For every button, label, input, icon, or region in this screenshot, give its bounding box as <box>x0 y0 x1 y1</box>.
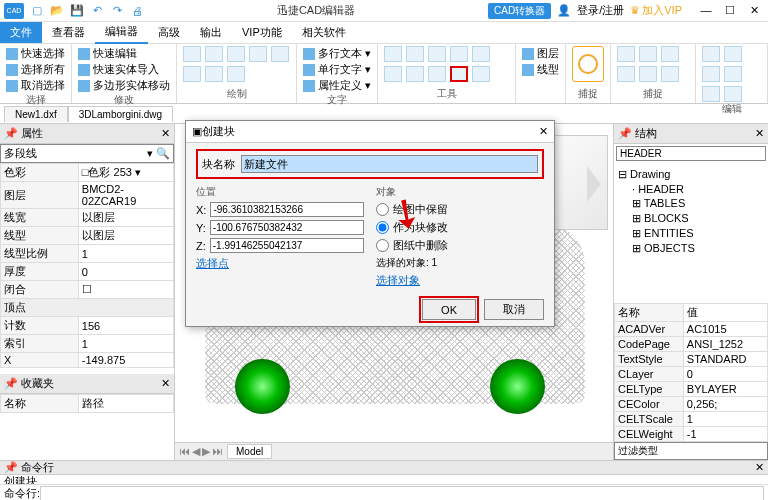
linetype-btn[interactable]: 线型 <box>522 62 559 77</box>
quick-select[interactable]: 快速选择 <box>6 46 65 61</box>
edit-tool[interactable] <box>724 66 742 82</box>
command-input[interactable] <box>40 486 764 500</box>
draw-tool[interactable] <box>271 46 289 62</box>
snap-tool[interactable] <box>617 46 635 62</box>
edit-tool[interactable] <box>702 86 720 102</box>
tree-node[interactable]: · HEADER <box>618 182 764 196</box>
create-block-tool[interactable] <box>450 66 468 82</box>
qat-redo-icon[interactable]: ↷ <box>110 4 124 18</box>
quick-edit[interactable]: 快速编辑 <box>78 46 170 61</box>
layer-btn[interactable]: 图层 <box>522 46 559 61</box>
draw-tool[interactable] <box>227 66 245 82</box>
pick-point-link[interactable]: 选择点 <box>196 256 229 271</box>
next-icon[interactable]: ▶ <box>202 445 210 458</box>
draw-tool[interactable] <box>205 66 223 82</box>
qat-undo-icon[interactable]: ↶ <box>90 4 104 18</box>
qat-open-icon[interactable]: 📂 <box>50 4 64 18</box>
maximize-button[interactable]: ☐ <box>720 4 740 17</box>
draw-tool[interactable] <box>205 46 223 62</box>
tool-btn[interactable] <box>406 46 424 62</box>
qat-print-icon[interactable]: 🖨 <box>130 4 144 18</box>
ok-button[interactable]: OK <box>422 299 476 320</box>
z-input[interactable] <box>210 238 364 253</box>
snap-tool[interactable] <box>639 46 657 62</box>
tool-btn[interactable] <box>384 46 402 62</box>
close-fav-icon[interactable]: ✕ <box>161 377 170 390</box>
draw-tool[interactable] <box>183 46 201 62</box>
qat-save-icon[interactable]: 💾 <box>70 4 84 18</box>
draw-tool[interactable] <box>183 66 201 82</box>
quick-entity-import[interactable]: 快速实体导入 <box>78 62 170 77</box>
tool-btn[interactable] <box>406 66 424 82</box>
menu-advanced[interactable]: 高级 <box>148 22 190 43</box>
select-objects-link[interactable]: 选择对象 <box>376 273 420 288</box>
tree-node[interactable]: ⊞ OBJECTS <box>618 241 764 256</box>
cancel-button[interactable]: 取消 <box>484 299 544 320</box>
tool-btn[interactable] <box>472 66 490 82</box>
menu-vip[interactable]: VIP功能 <box>232 22 292 43</box>
tool-btn[interactable] <box>428 46 446 62</box>
converter-link[interactable]: CAD转换器 <box>488 3 551 19</box>
snap-button[interactable] <box>572 46 604 82</box>
entity-type-select[interactable]: 多段线▾ 🔍 <box>0 144 174 163</box>
tree-node[interactable]: ⊞ BLOCKS <box>618 211 764 226</box>
tree-root[interactable]: ⊟ Drawing <box>618 167 764 182</box>
user-icon[interactable]: 👤 <box>557 4 571 17</box>
snap-tool[interactable] <box>661 46 679 62</box>
pin-icon[interactable]: 📌 <box>618 127 632 140</box>
snap-tool[interactable] <box>661 66 679 82</box>
prev-icon[interactable]: ◀ <box>192 445 200 458</box>
draw-tool[interactable] <box>227 46 245 62</box>
y-input[interactable] <box>210 220 364 235</box>
tool-btn[interactable] <box>384 66 402 82</box>
edit-tool[interactable] <box>724 46 742 62</box>
pin-icon[interactable]: 📌 <box>4 127 18 140</box>
tree-node[interactable]: ⊞ TABLES <box>618 196 764 211</box>
close-struct-icon[interactable]: ✕ <box>755 127 764 140</box>
dialog-close-icon[interactable]: ✕ <box>539 125 548 138</box>
close-panel-icon[interactable]: ✕ <box>161 127 170 140</box>
menu-file[interactable]: 文件 <box>0 22 42 43</box>
tree-node[interactable]: ⊞ ENTITIES <box>618 226 764 241</box>
edit-tool[interactable] <box>702 46 720 62</box>
delete-radio[interactable] <box>376 239 389 252</box>
edit-tool[interactable] <box>724 86 742 102</box>
vip-link[interactable]: ♛ 加入VIP <box>630 3 682 18</box>
tool-btn[interactable] <box>472 46 490 62</box>
filter-type[interactable]: 过滤类型 <box>614 442 768 460</box>
login-link[interactable]: 登录/注册 <box>577 3 624 18</box>
tool-btn[interactable] <box>428 66 446 82</box>
qat-new-icon[interactable]: ▢ <box>30 4 44 18</box>
last-icon[interactable]: ⏭ <box>212 445 223 458</box>
doc-tab-1[interactable]: New1.dxf <box>4 106 68 122</box>
tool-btn[interactable] <box>450 46 468 62</box>
deselect[interactable]: 取消选择 <box>6 78 65 93</box>
menu-viewer[interactable]: 查看器 <box>42 22 95 43</box>
draw-tool[interactable] <box>249 46 267 62</box>
mtext[interactable]: 多行文本 ▾ <box>303 46 371 61</box>
x-input[interactable] <box>210 202 364 217</box>
menu-related[interactable]: 相关软件 <box>292 22 356 43</box>
ribbon-group-draw: 绘制 <box>177 44 297 103</box>
single-text[interactable]: 单行文字 ▾ <box>303 62 371 77</box>
menu-output[interactable]: 输出 <box>190 22 232 43</box>
pin-icon[interactable]: 📌 <box>4 461 18 474</box>
select-all[interactable]: 选择所有 <box>6 62 65 77</box>
model-tab[interactable]: Model <box>227 444 272 459</box>
asblock-radio[interactable] <box>376 221 389 234</box>
block-name-input[interactable] <box>241 155 538 173</box>
first-icon[interactable]: ⏮ <box>179 445 190 458</box>
close-button[interactable]: ✕ <box>744 4 764 17</box>
minimize-button[interactable]: — <box>696 4 716 17</box>
poly-entity-move[interactable]: 多边形实体移动 <box>78 78 170 93</box>
snap-tool[interactable] <box>639 66 657 82</box>
snap-tool[interactable] <box>617 66 635 82</box>
edit-tool[interactable] <box>702 66 720 82</box>
struct-header-select[interactable]: HEADER <box>616 146 766 161</box>
attr-def[interactable]: 属性定义 ▾ <box>303 78 371 93</box>
pin-icon[interactable]: 📌 <box>4 377 18 390</box>
menu-editor[interactable]: 编辑器 <box>95 21 148 44</box>
close-cmd-icon[interactable]: ✕ <box>755 461 764 474</box>
doc-tab-2[interactable]: 3DLamborgini.dwg <box>68 106 173 122</box>
keep-radio[interactable] <box>376 203 389 216</box>
